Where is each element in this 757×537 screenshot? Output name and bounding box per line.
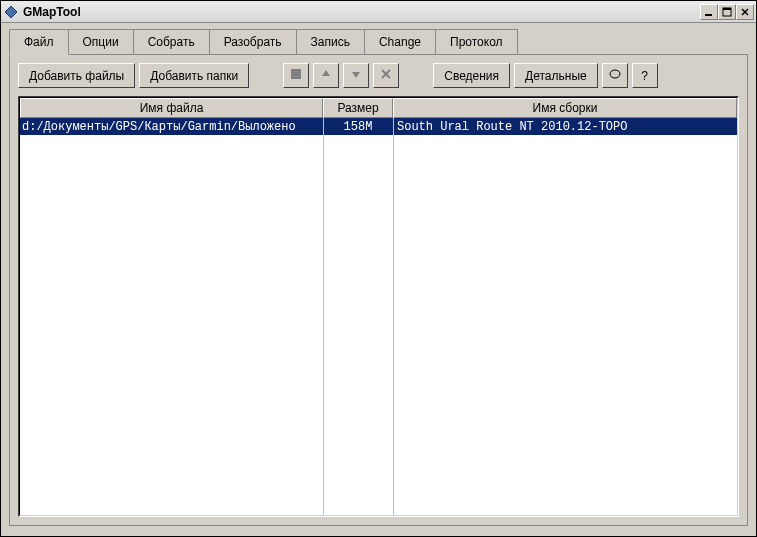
svg-marker-7 bbox=[322, 70, 330, 76]
info-button[interactable]: Сведения bbox=[433, 63, 510, 88]
cell-mapname: South Ural Route NT 2010.12-TOPO bbox=[393, 120, 737, 134]
tab-file[interactable]: Файл bbox=[9, 29, 69, 55]
col-divider bbox=[393, 118, 394, 515]
cell-filename: d:/Документы/GPS/Карты/Garmin/Выложено bbox=[20, 120, 323, 134]
table-row[interactable]: d:/Документы/GPS/Карты/Garmin/Выложено 1… bbox=[20, 118, 737, 135]
toolbar: Добавить файлы Добавить папки Сведения Д… bbox=[18, 63, 739, 88]
arrow-up-icon bbox=[320, 68, 332, 83]
file-table: Имя файла Размер Имя сборки d:/Документы… bbox=[18, 96, 739, 517]
col-filename[interactable]: Имя файла bbox=[20, 98, 323, 118]
details-button[interactable]: Детальные bbox=[514, 63, 598, 88]
col-size[interactable]: Размер bbox=[323, 98, 393, 118]
tab-bar: Файл Опции Собрать Разобрать Запись Chan… bbox=[9, 29, 748, 55]
content-area: Файл Опции Собрать Разобрать Запись Chan… bbox=[1, 23, 756, 536]
remove-button[interactable] bbox=[373, 63, 399, 88]
tab-label: Файл bbox=[24, 35, 54, 49]
move-down-button[interactable] bbox=[343, 63, 369, 88]
window-title: GMapTool bbox=[23, 5, 700, 19]
app-icon bbox=[3, 4, 19, 20]
x-icon bbox=[380, 68, 392, 83]
tab-protocol[interactable]: Протокол bbox=[435, 29, 518, 55]
svg-point-11 bbox=[610, 70, 620, 78]
col-mapname[interactable]: Имя сборки bbox=[393, 98, 737, 118]
titlebar: GMapTool bbox=[1, 1, 756, 23]
maximize-button[interactable] bbox=[718, 4, 736, 20]
tab-change[interactable]: Change bbox=[364, 29, 436, 55]
circle-button[interactable] bbox=[602, 63, 628, 88]
help-button[interactable]: ? bbox=[632, 63, 658, 88]
window-controls bbox=[700, 4, 754, 20]
close-button[interactable] bbox=[736, 4, 754, 20]
tab-split[interactable]: Разобрать bbox=[209, 29, 297, 55]
arrow-down-icon bbox=[350, 68, 362, 83]
table-inner: Имя файла Размер Имя сборки d:/Документы… bbox=[19, 97, 738, 516]
move-up-button[interactable] bbox=[313, 63, 339, 88]
tab-write[interactable]: Запись bbox=[296, 29, 365, 55]
add-folders-button[interactable]: Добавить папки bbox=[139, 63, 249, 88]
table-body[interactable]: d:/Документы/GPS/Карты/Garmin/Выложено 1… bbox=[20, 118, 737, 515]
tab-options[interactable]: Опции bbox=[68, 29, 134, 55]
app-window: GMapTool Файл Опции Собрать Разобрать За… bbox=[0, 0, 757, 537]
cell-size: 158M bbox=[323, 120, 393, 134]
minimize-button[interactable] bbox=[700, 4, 718, 20]
tab-label: Разобрать bbox=[224, 35, 282, 49]
stop-button[interactable] bbox=[283, 63, 309, 88]
tab-content: Добавить файлы Добавить папки Сведения Д… bbox=[9, 54, 748, 526]
svg-marker-8 bbox=[352, 72, 360, 78]
tab-label: Запись bbox=[311, 35, 350, 49]
col-divider bbox=[323, 118, 324, 515]
table-header: Имя файла Размер Имя сборки bbox=[20, 98, 737, 118]
svg-rect-6 bbox=[291, 69, 301, 79]
tab-build[interactable]: Собрать bbox=[133, 29, 210, 55]
stop-icon bbox=[290, 68, 302, 83]
circle-icon bbox=[609, 68, 621, 83]
tab-label: Change bbox=[379, 35, 421, 49]
add-files-button[interactable]: Добавить файлы bbox=[18, 63, 135, 88]
tab-label: Опции bbox=[83, 35, 119, 49]
svg-marker-0 bbox=[5, 6, 17, 18]
tab-label: Протокол bbox=[450, 35, 503, 49]
tab-label: Собрать bbox=[148, 35, 195, 49]
